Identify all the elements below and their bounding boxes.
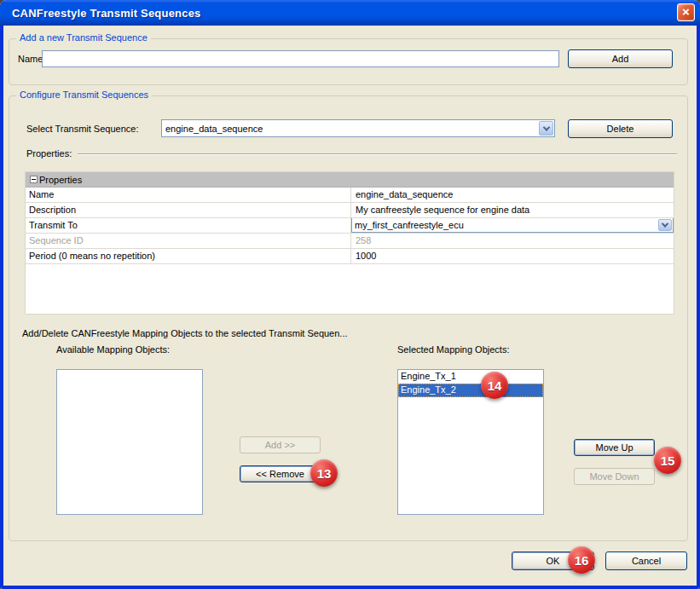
remove-mapping-button[interactable]: << Remove	[240, 465, 321, 482]
list-item[interactable]: Engine_Tx_1	[398, 370, 543, 384]
close-icon: ×	[682, 4, 690, 19]
configure-sequences-group: Configure Transmit Sequences Select Tran…	[9, 95, 688, 541]
property-row-period[interactable]: Period (0 means no repetition) 1000	[26, 249, 674, 264]
step-badge-13: 13	[310, 459, 338, 487]
property-row-sequence-id: Sequence ID 258	[26, 234, 674, 249]
properties-grid: Properties Name engine_data_sequence Des…	[25, 171, 674, 315]
properties-divider	[78, 153, 677, 155]
add-button[interactable]: Add	[568, 49, 673, 68]
step-badge-15: 15	[654, 447, 681, 474]
chevron-down-icon[interactable]	[658, 219, 672, 231]
mapping-objects-label: Add/Delete CANFreestyle Mapping Objects …	[22, 328, 348, 338]
cancel-button[interactable]: Cancel	[605, 551, 687, 570]
title-bar[interactable]: CANFreestyle Transmit Sequences ×	[0, 0, 700, 26]
step-badge-16: 16	[568, 546, 595, 574]
properties-grid-header[interactable]: Properties	[26, 172, 674, 188]
transmit-sequence-dropdown-value: engine_data_sequence	[162, 124, 538, 134]
window-title: CANFreestyle Transmit Sequences	[12, 7, 201, 20]
delete-button[interactable]: Delete	[568, 119, 673, 138]
list-item[interactable]: Engine_Tx_2	[398, 384, 543, 397]
transmit-to-dropdown[interactable]: my_first_canfreestyle_ecu	[351, 218, 674, 233]
canfreestyle-transmit-sequences-dialog: CANFreestyle Transmit Sequences × Add a …	[0, 0, 700, 589]
selected-mapping-label: Selected Mapping Objects:	[397, 344, 509, 355]
chevron-down-icon[interactable]	[539, 121, 553, 136]
transmit-to-dropdown-value: my_first_canfreestyle_ecu	[352, 218, 657, 233]
add-sequence-group-label: Add a new Transmit Sequence	[16, 32, 151, 43]
transmit-sequence-dropdown[interactable]: engine_data_sequence	[161, 119, 555, 137]
close-button[interactable]: ×	[677, 3, 695, 21]
properties-grid-header-label: Properties	[39, 175, 82, 185]
collapse-icon[interactable]	[30, 176, 38, 183]
property-row-description[interactable]: Description My canfreestyle sequence for…	[26, 203, 674, 218]
property-row-name[interactable]: Name engine_data_sequence	[26, 188, 674, 203]
property-row-transmit-to[interactable]: Transmit To my_first_canfreestyle_ecu	[26, 218, 674, 234]
move-down-button: Move Down	[574, 468, 655, 485]
available-mapping-label: Available Mapping Objects:	[56, 344, 170, 355]
selected-mapping-list[interactable]: Engine_Tx_1 Engine_Tx_2	[397, 369, 544, 515]
name-input[interactable]	[42, 50, 559, 67]
step-badge-14: 14	[481, 372, 508, 399]
select-sequence-label: Select Transmit Sequence:	[26, 124, 138, 134]
configure-sequences-group-label: Configure Transmit Sequences	[16, 90, 152, 100]
add-sequence-group: Add a new Transmit Sequence Name: Add	[9, 38, 688, 85]
properties-label: Properties:	[26, 148, 72, 159]
add-mapping-button: Add >>	[240, 436, 321, 453]
move-up-button[interactable]: Move Up	[574, 439, 655, 456]
available-mapping-list[interactable]	[56, 369, 203, 515]
